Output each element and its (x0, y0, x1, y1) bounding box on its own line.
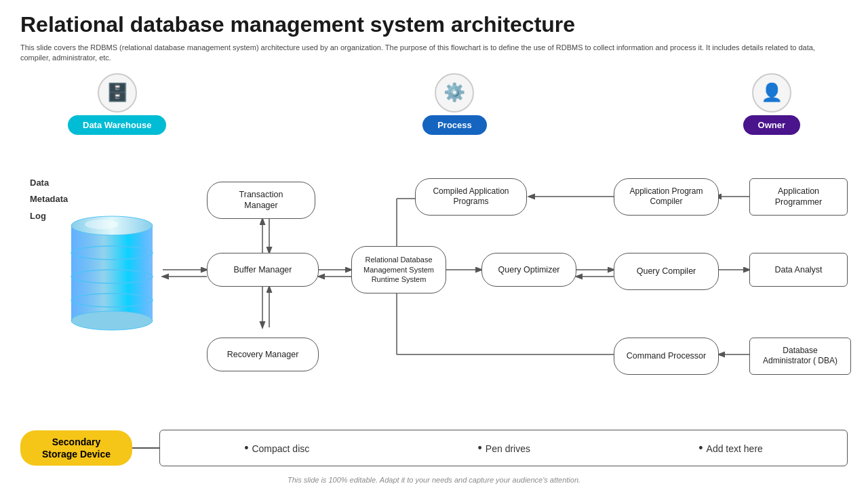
storage-item-3: Add text here (698, 441, 763, 455)
storage-content: Compact disc Pen drives Add text here (159, 430, 848, 466)
compiled-app-box: Compiled ApplicationPrograms (415, 178, 527, 216)
db-label-data: Data (30, 175, 68, 192)
data-analyst-box: Data Analyst (749, 253, 848, 287)
owner-column: 👤 Owner (743, 73, 800, 135)
architecture-diagram: Data Metadata Log TransactionManager Buf… (20, 138, 848, 402)
buffer-manager-box: Buffer Manager (207, 253, 319, 287)
storage-connector (132, 447, 159, 449)
data-warehouse-column: 🗄️ Data Warehouse (68, 73, 166, 135)
dba-box: DatabaseAdministrator ( DBA) (749, 338, 851, 375)
top-icons-row: 🗄️ Data Warehouse ⚙️ Process 👤 Owner (20, 73, 848, 135)
process-column: ⚙️ Process (422, 73, 487, 135)
storage-bar: SecondaryStorage Device Compact disc Pen… (20, 428, 848, 468)
svg-point-25 (85, 220, 119, 229)
storage-item-2: Pen drives (478, 441, 530, 455)
data-warehouse-label: Data Warehouse (68, 115, 166, 135)
query-compiler-box: Query Compiler (614, 253, 719, 290)
app-program-compiler-box: Application ProgramCompiler (614, 178, 719, 216)
db-label-log: Log (30, 208, 68, 225)
query-optimizer-box: Query Optimizer (481, 253, 576, 287)
page-title: Relational database management system ar… (20, 12, 848, 37)
transaction-manager-box: TransactionManager (207, 182, 315, 219)
secondary-storage-label: SecondaryStorage Device (20, 430, 132, 466)
data-warehouse-icon: 🗄️ (98, 73, 137, 113)
command-processor-box: Command Processor (614, 338, 719, 375)
process-icon: ⚙️ (435, 73, 474, 113)
application-programmer-box: ApplicationProgrammer (749, 178, 848, 216)
svg-rect-19 (71, 226, 153, 321)
owner-icon: 👤 (752, 73, 791, 113)
svg-point-24 (71, 311, 153, 330)
recovery-manager-box: Recovery Manager (207, 338, 319, 371)
page-subtitle: This slide covers the RDBMS (relational … (20, 43, 834, 64)
rdbms-runtime-box: Relational DatabaseManagement SystemRunt… (351, 246, 446, 293)
process-label: Process (422, 115, 487, 135)
db-labels: Data Metadata Log (30, 175, 68, 225)
db-label-metadata: Metadata (30, 191, 68, 208)
owner-label: Owner (743, 115, 800, 135)
footer-text: This slide is 100% editable. Adapt it to… (0, 476, 868, 484)
database-cylinder (64, 212, 159, 331)
storage-item-1: Compact disc (244, 441, 309, 455)
